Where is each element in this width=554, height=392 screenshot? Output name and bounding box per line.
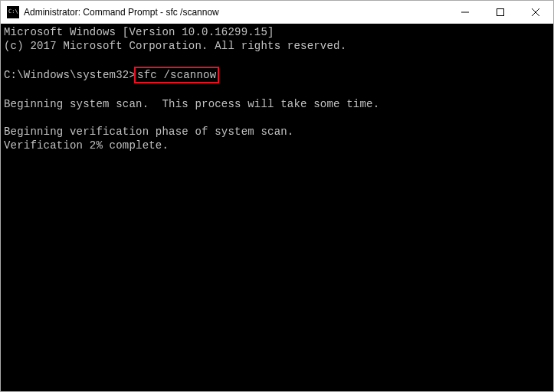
titlebar[interactable]: Administrator: Command Prompt - sfc /sca… [1,1,553,24]
close-icon [532,8,539,16]
window-controls [447,1,553,23]
terminal-line: Verification 2% complete. [4,139,169,152]
prompt-prefix: C:\Windows\system32> [4,69,136,81]
maximize-button[interactable] [483,1,518,24]
terminal-line: Beginning verification phase of system s… [4,126,293,138]
terminal-line: Microsoft Windows [Version 10.0.16299.15… [4,26,274,38]
cmd-icon [7,6,19,18]
maximize-icon [497,8,504,16]
terminal-line: (c) 2017 Microsoft Corporation. All righ… [4,40,346,52]
minimize-button[interactable] [447,1,483,24]
terminal-line: Beginning system scan. This process will… [4,98,379,110]
close-button[interactable] [518,1,553,24]
svg-rect-1 [497,9,504,16]
command-highlight: sfc /scannow [134,67,219,83]
minimize-icon [461,8,469,16]
terminal-area[interactable]: Microsoft Windows [Version 10.0.16299.15… [1,24,553,391]
window-title: Administrator: Command Prompt - sfc /sca… [24,7,447,18]
